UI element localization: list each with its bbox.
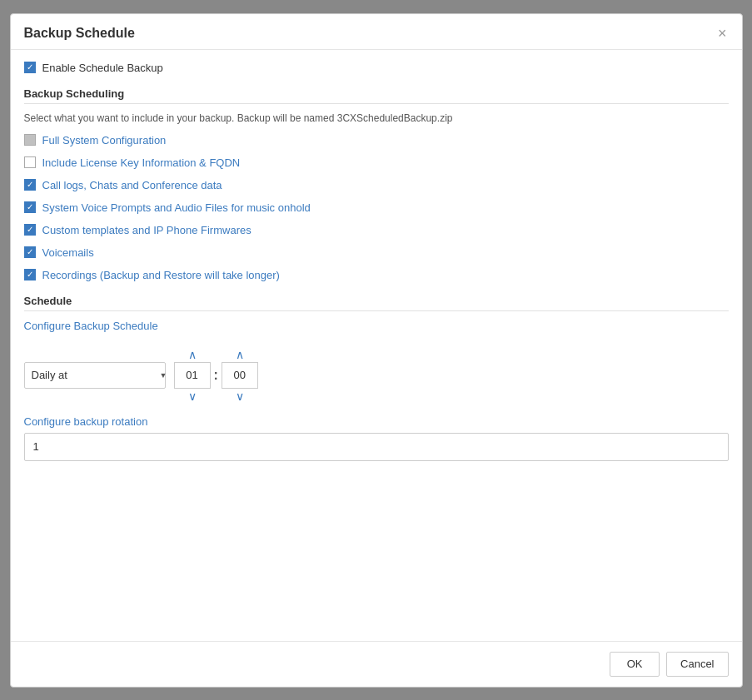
backup-scheduling-section: Backup Scheduling Select what you want t… — [24, 87, 729, 281]
schedule-dropdown[interactable]: Daily at Weekly on Monthly on — [24, 362, 166, 389]
label-full-system: Full System Configuration — [42, 134, 167, 146]
checkbox-call-logs[interactable] — [24, 179, 36, 191]
dialog-header: Backup Schedule × — [11, 14, 742, 50]
time-colon: : — [211, 368, 222, 383]
checkbox-row-voicemails: Voicemails — [24, 246, 729, 259]
label-recordings: Recordings (Backup and Restore will take… — [42, 269, 280, 281]
cancel-button[interactable]: Cancel — [666, 652, 728, 677]
enable-backup-row: Enable Schedule Backup — [24, 62, 729, 74]
hour-input[interactable] — [174, 362, 211, 389]
ok-button[interactable]: OK — [610, 652, 660, 677]
checkbox-custom-templates[interactable] — [24, 224, 36, 236]
label-license-key: Include License Key Information & FQDN — [42, 156, 241, 169]
checkbox-full-system[interactable] — [24, 134, 36, 146]
checkbox-row-voice-prompts: System Voice Prompts and Audio Files for… — [24, 201, 729, 214]
dialog-body: Enable Schedule Backup Backup Scheduling… — [11, 50, 742, 641]
checkbox-recordings[interactable] — [24, 269, 36, 280]
checkbox-row-license-key: Include License Key Information & FQDN — [24, 156, 729, 169]
hour-up-button[interactable]: ∧ — [182, 347, 203, 362]
minute-up-button[interactable]: ∧ — [229, 347, 251, 362]
label-custom-templates: Custom templates and IP Phone Firmwares — [42, 224, 251, 236]
checkbox-license-key[interactable] — [24, 156, 36, 168]
checkbox-row-custom-templates: Custom templates and IP Phone Firmwares — [24, 224, 729, 236]
label-call-logs: Call logs, Chats and Conference data — [42, 179, 222, 191]
checkbox-row-call-logs: Call logs, Chats and Conference data — [24, 179, 729, 191]
minute-input[interactable] — [222, 362, 258, 389]
schedule-divider — [24, 310, 729, 311]
enable-backup-label: Enable Schedule Backup — [42, 62, 163, 74]
hour-down-button[interactable]: ∨ — [182, 389, 203, 404]
checkbox-row-recordings: Recordings (Backup and Restore will take… — [24, 269, 729, 281]
schedule-heading: Schedule — [24, 295, 729, 307]
close-button[interactable]: × — [716, 26, 729, 41]
scheduling-divider — [24, 103, 729, 104]
checkbox-voicemails[interactable] — [24, 246, 36, 258]
hour-block: ∧ ∨ — [174, 347, 211, 404]
dialog-title: Backup Schedule — [24, 26, 135, 41]
dialog-footer: OK Cancel — [11, 641, 742, 687]
minute-down-button[interactable]: ∨ — [229, 389, 251, 404]
rotation-label: Configure backup rotation — [24, 415, 729, 428]
configure-backup-schedule-link[interactable]: Configure Backup Schedule — [24, 320, 158, 332]
backup-schedule-dialog: Backup Schedule × Enable Schedule Backup… — [10, 13, 743, 688]
scheduling-description: Select what you want to include in your … — [24, 112, 729, 124]
enable-backup-checkbox[interactable] — [24, 62, 36, 73]
minute-block: ∧ ∨ — [222, 347, 258, 404]
schedule-dropdown-wrapper: Daily at Weekly on Monthly on — [24, 362, 174, 389]
time-picker-row: Daily at Weekly on Monthly on ∧ ∨ : ∧ — [24, 347, 729, 404]
checkbox-voice-prompts[interactable] — [24, 201, 36, 213]
label-voice-prompts: System Voice Prompts and Audio Files for… — [42, 201, 311, 214]
checkbox-row-full-system: Full System Configuration — [24, 134, 729, 146]
backup-scheduling-heading: Backup Scheduling — [24, 87, 729, 100]
label-voicemails: Voicemails — [42, 246, 94, 259]
rotation-input[interactable] — [24, 433, 729, 461]
schedule-section: Schedule Configure Backup Schedule Daily… — [24, 295, 729, 404]
backup-rotation-section: Configure backup rotation — [24, 415, 729, 461]
